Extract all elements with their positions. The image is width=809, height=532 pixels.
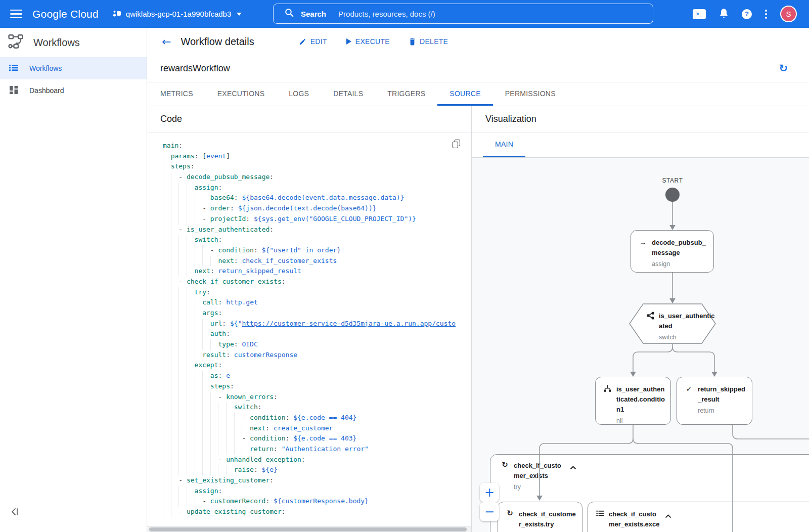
collapse-chevron-icon[interactable]	[570, 463, 576, 481]
code-line: - projectId: ${sys.get_env("GOOGLE_CLOUD…	[163, 214, 471, 225]
code-line: - set_existing_customer:	[163, 475, 471, 486]
search-hint: Products, resources, docs (/)	[338, 10, 435, 18]
google-cloud-logo[interactable]: Google Cloud	[32, 8, 99, 20]
app-bar-actions: >_ ? S	[693, 0, 809, 28]
code-line: - customerRecord: ${customerResponse.bod…	[163, 496, 471, 507]
tab-executions[interactable]: EXECUTIONS	[205, 82, 277, 106]
check-icon: ✓	[685, 385, 693, 393]
scrollbar-thumb[interactable]	[149, 527, 467, 531]
refresh-icon[interactable]: ↻	[779, 62, 788, 74]
code-line: next: create_customer	[163, 423, 471, 434]
copy-code-icon[interactable]	[453, 140, 460, 148]
tab-triggers[interactable]: TRIGGERS	[375, 82, 437, 106]
node-decode-pubsub-message[interactable]: → decode_pubsub_message assign	[631, 230, 714, 273]
code-line: as: e	[163, 371, 471, 381]
code-line: auth:	[163, 329, 471, 339]
sidebar-item-workflows[interactable]: Workflows	[0, 57, 147, 79]
code-line: raise: ${e}	[163, 465, 471, 475]
sidebar-product-title: Workflows	[33, 37, 80, 49]
zoom-out-button[interactable]: −	[480, 502, 499, 521]
node-is-user-authenticated[interactable]: is_user_authenticated switch	[629, 303, 716, 344]
node-title: is_user_authenticated	[659, 312, 715, 330]
horizontal-scrollbar[interactable]	[147, 526, 471, 532]
code-line: return: "Authentication error"	[163, 444, 471, 455]
dashboard-icon	[9, 85, 18, 96]
workflows-product-icon	[7, 33, 24, 52]
code-line: - base64: ${base64.decode(event.data.mes…	[163, 193, 471, 203]
code-line: type: OIDC	[163, 339, 471, 350]
collapse-chevron-icon[interactable]	[665, 511, 671, 532]
switch-branch-icon	[646, 312, 655, 341]
code-line: - check_if_customer_exists:	[163, 277, 471, 287]
node-title: is_user_authenticated.condition1	[616, 385, 665, 413]
search-input[interactable]: Search Products, resources, docs (/)	[273, 4, 653, 24]
node-title: return_skipped_result	[698, 385, 745, 403]
app-bar: Google Cloud qwiklabs-gcp-01-1a990bfcadb…	[0, 0, 809, 28]
code-line: - condition: ${"userId" in order}	[163, 245, 471, 256]
list-icon	[596, 510, 604, 518]
code-line: - unhandled_exception:	[163, 455, 471, 465]
code-line: - is_user_authenticated:	[163, 225, 471, 235]
more-options-icon[interactable]	[765, 10, 767, 19]
code-line: try:	[163, 287, 471, 298]
project-selector[interactable]: qwiklabs-gcp-01-1a990bfcadb3	[113, 9, 242, 19]
node-check-if-customer-exists-except[interactable]: check_if_customer_exists.except	[588, 502, 809, 532]
node-subtitle: switch	[659, 334, 716, 341]
workflow-diagram-canvas[interactable]: START ↻ check_if_customer_exists	[472, 158, 809, 532]
sidebar-item-label: Workflows	[29, 64, 62, 72]
help-icon[interactable]: ?	[742, 9, 752, 19]
code-line: switch:	[163, 235, 471, 245]
code-line: args:	[163, 308, 471, 319]
node-check-if-customer-exists-try[interactable]: ↻ check_if_customer_exists.try	[498, 502, 582, 532]
visualization-tabs: MAIN	[472, 132, 809, 158]
code-line: assign:	[163, 486, 471, 497]
execute-button[interactable]: EXECUTE	[346, 37, 390, 46]
node-title: decode_pubsub_message	[652, 239, 706, 256]
code-line: steps:	[163, 381, 471, 392]
tab-details[interactable]: DETAILS	[321, 82, 375, 106]
search-icon	[285, 8, 294, 19]
project-name: qwiklabs-gcp-01-1a990bfcadb3	[126, 10, 231, 18]
tab-main[interactable]: MAIN	[483, 132, 525, 157]
edit-button[interactable]: EDIT	[299, 37, 327, 46]
sidebar-item-dashboard[interactable]: Dashboard	[0, 79, 147, 102]
code-line: call: http.get	[163, 297, 471, 308]
tab-source[interactable]: SOURCE	[437, 82, 492, 106]
tab-logs[interactable]: LOGS	[277, 82, 321, 106]
node-subtitle: return	[698, 407, 747, 414]
pencil-icon	[299, 38, 306, 46]
search-label: Search	[301, 10, 326, 18]
page-title: Workflow details	[181, 36, 254, 48]
tab-metrics[interactable]: METRICS	[148, 82, 205, 106]
source-panels: Code main:params: [event]steps:- decode_…	[147, 106, 809, 532]
node-subtitle: nil	[616, 417, 665, 424]
chevron-down-icon	[237, 13, 242, 16]
code-line: next: return_skipped_result	[163, 266, 471, 277]
main-content: ← Workflow details EDIT EXECUTE DELETE ↻…	[147, 28, 809, 532]
sidebar-product-header: Workflows	[0, 28, 147, 57]
cloud-shell-icon[interactable]: >_	[693, 9, 706, 19]
code-editor[interactable]: main:params: [event]steps:- decode_pubsu…	[147, 132, 471, 526]
node-title: check_if_customer_exists	[514, 461, 566, 481]
notifications-bell-icon[interactable]	[719, 8, 729, 20]
workflow-name: rewardsWorkflow	[160, 63, 230, 74]
code-line: - order: ${json.decode(text.decode(base6…	[163, 203, 471, 214]
menu-icon[interactable]	[10, 10, 22, 19]
workflow-tabs: METRICS EXECUTIONS LOGS DETAILS TRIGGERS…	[147, 82, 809, 106]
code-line: next: check_if_customer_exists	[163, 256, 471, 267]
collapse-sidebar-icon[interactable]	[10, 507, 20, 519]
gcp-workflows-screen: Google Cloud qwiklabs-gcp-01-1a990bfcadb…	[0, 0, 809, 532]
node-return-skipped-result[interactable]: ✓ return_skipped_result return	[677, 377, 752, 425]
code-panel: Code main:params: [event]steps:- decode_…	[147, 106, 472, 532]
condition-tree-icon	[603, 385, 612, 394]
zoom-in-button[interactable]: +	[480, 483, 499, 502]
tab-permissions[interactable]: PERMISSIONS	[493, 82, 568, 106]
node-is-user-authenticated-condition1[interactable]: is_user_authenticated.condition1 nil	[595, 377, 671, 425]
avatar[interactable]: S	[780, 6, 797, 22]
node-subtitle: assign	[652, 260, 708, 268]
code-line: - known_errors:	[163, 392, 471, 403]
back-arrow-icon[interactable]: ←	[162, 35, 171, 48]
sidebar-item-label: Dashboard	[29, 86, 64, 95]
list-icon	[9, 63, 18, 74]
delete-button[interactable]: DELETE	[409, 37, 448, 46]
